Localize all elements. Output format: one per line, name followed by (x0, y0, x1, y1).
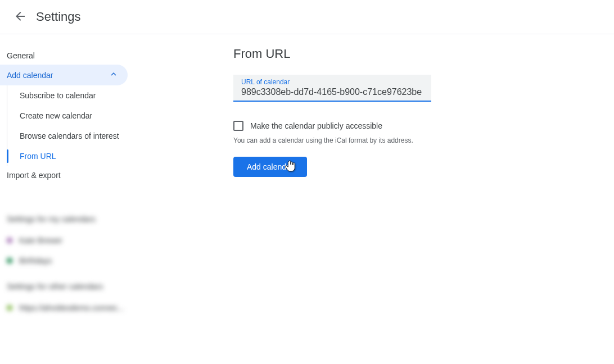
nav-add-calendar[interactable]: Add calendar (0, 65, 128, 85)
back-button[interactable] (9, 6, 31, 28)
nav-general[interactable]: General (0, 47, 143, 65)
url-field-label: URL of calendar (241, 78, 425, 86)
other-calendars-heading: Settings for other calendars (7, 282, 137, 291)
public-checkbox-row[interactable]: Make the calendar publicly accessible (233, 121, 614, 131)
calendar-item[interactable]: Kate Brewer (7, 230, 137, 251)
main-content: From URL URL of calendar Make the calend… (143, 34, 614, 327)
nav-import-export[interactable]: Import & export (0, 166, 143, 184)
calendar-color-dot (7, 305, 12, 311)
checkbox-icon[interactable] (233, 121, 243, 131)
calendar-color-dot (7, 258, 12, 263)
settings-sidebar: General Add calendar Subscribe to calend… (0, 34, 143, 327)
nav-from-url[interactable]: From URL (7, 146, 143, 166)
url-field-container[interactable]: URL of calendar (233, 75, 431, 102)
calendar-name: https://ahvideodemo.connec... (19, 303, 124, 312)
calendar-name: Kate Brewer (19, 236, 62, 245)
calendar-item[interactable]: https://ahvideodemo.connec... (7, 298, 137, 318)
helper-text: You can add a calendar using the iCal fo… (233, 136, 614, 144)
url-input[interactable] (241, 86, 425, 97)
add-calendar-submenu: Subscribe to calendar Create new calenda… (7, 85, 143, 166)
add-calendar-button[interactable]: Add calendar (233, 157, 307, 177)
chevron-up-icon (109, 69, 119, 81)
nav-browse[interactable]: Browse calendars of interest (7, 126, 143, 146)
nav-add-calendar-label: Add calendar (7, 71, 53, 80)
app-header: Settings (0, 0, 614, 34)
calendar-name: Birthdays (19, 256, 52, 265)
page-title: From URL (233, 47, 614, 61)
arrow-left-icon (13, 10, 27, 25)
header-title: Settings (36, 10, 81, 24)
my-calendars-section: Settings for my calendars Kate Brewer Bi… (0, 206, 143, 273)
my-calendars-heading: Settings for my calendars (7, 215, 137, 224)
public-checkbox-label: Make the calendar publicly accessible (250, 121, 382, 130)
calendar-item[interactable]: Birthdays (7, 251, 137, 271)
nav-subscribe[interactable]: Subscribe to calendar (7, 85, 143, 106)
calendar-color-dot (7, 238, 12, 243)
nav-create-new[interactable]: Create new calendar (7, 106, 143, 126)
other-calendars-section: Settings for other calendars https://ahv… (0, 273, 143, 320)
